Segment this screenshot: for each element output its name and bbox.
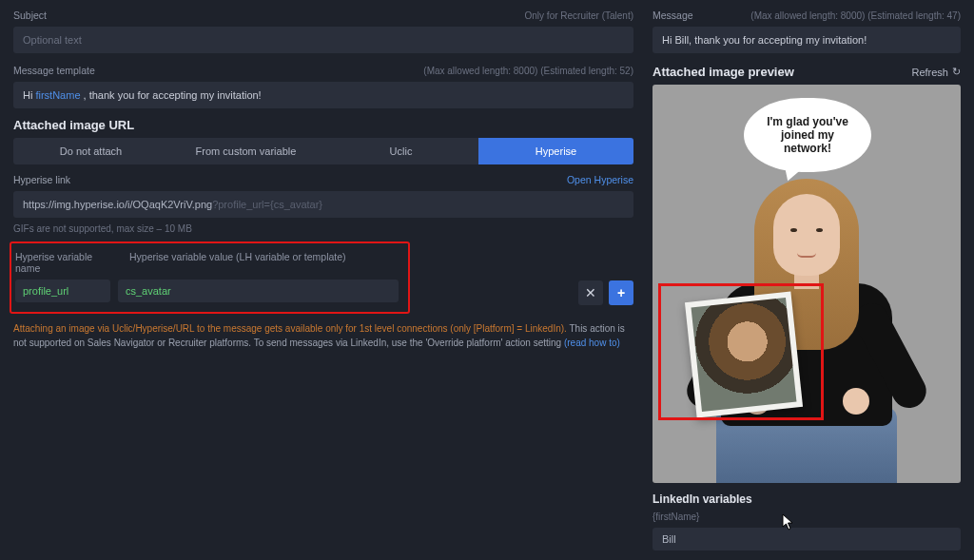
- add-var-button[interactable]: +: [609, 280, 633, 305]
- attached-image-url-title: Attached image URL: [13, 118, 633, 132]
- right-message-label: Message: [653, 10, 693, 21]
- remove-var-button[interactable]: ✕: [578, 280, 603, 305]
- var-value-header: Hyperise variable value (LH variable or …: [129, 251, 346, 274]
- var-value-input[interactable]: [118, 280, 399, 302]
- subject-hint: Only for Recruiter (Talent): [525, 10, 633, 21]
- right-message-preview: Hi Bill, thank you for accepting my invi…: [653, 27, 961, 53]
- warning-link[interactable]: (read how to): [564, 338, 620, 348]
- plus-icon: +: [617, 285, 625, 300]
- linkedin-firstname-input[interactable]: [653, 528, 961, 550]
- hyperise-note: GIFs are not supported, max size – 10 MB: [13, 223, 633, 234]
- subject-label: Subject: [13, 10, 47, 21]
- open-hyperise-link[interactable]: Open Hyperise: [567, 174, 633, 185]
- warning-orange: Attaching an image via Uclic/Hyperise/UR…: [13, 323, 567, 334]
- var-name-header: Hyperise variable name: [15, 251, 110, 274]
- message-template-label: Message template: [13, 65, 95, 76]
- message-template-hint: (Max allowed length: 8000) (Estimated le…: [423, 66, 633, 76]
- message-template-input[interactable]: Hi firstName , thank you for accepting m…: [13, 82, 633, 108]
- refresh-button[interactable]: Refresh ↻: [911, 66, 961, 78]
- hyperise-url-suffix: ?profile_url={cs_avatar}: [212, 199, 322, 210]
- refresh-icon: ↻: [952, 66, 961, 78]
- highlight-frame: Hyperise variable name Hyperise variable…: [10, 241, 410, 314]
- right-message-hint: (Max allowed length: 8000) (Estimated le…: [750, 10, 961, 21]
- hyperise-link-label: Hyperise link: [13, 174, 70, 185]
- warning-text: Attaching an image via Uclic/Hyperise/UR…: [13, 321, 633, 350]
- linkedin-var-label: {firstName}: [653, 512, 961, 522]
- var-name-input[interactable]: [15, 280, 110, 302]
- close-icon: ✕: [585, 285, 596, 300]
- tab-custom-variable[interactable]: From custom variable: [168, 138, 323, 164]
- image-preview: I'm glad you've joined my network!: [653, 85, 961, 483]
- preview-title: Attached image preview: [653, 65, 794, 79]
- tab-do-not-attach[interactable]: Do not attach: [13, 138, 168, 164]
- template-suffix: , thank you for accepting my invitation!: [81, 89, 262, 101]
- hyperise-url-base: https://img.hyperise.io/i/OQaqK2VriV.png: [23, 199, 212, 210]
- subject-input[interactable]: [13, 27, 633, 53]
- attach-tabs: Do not attach From custom variable Uclic…: [13, 138, 633, 164]
- refresh-label: Refresh: [911, 67, 948, 78]
- template-prefix: Hi: [23, 89, 35, 101]
- linkedin-variables-title: LinkedIn variables: [653, 492, 961, 506]
- template-token-firstname[interactable]: firstName: [35, 89, 80, 101]
- hyperise-url-input[interactable]: https://img.hyperise.io/i/OQaqK2VriV.png…: [13, 191, 633, 218]
- tab-hyperise[interactable]: Hyperise: [478, 138, 633, 164]
- photo-highlight-frame: [658, 283, 824, 420]
- tab-uclic[interactable]: Uclic: [323, 138, 478, 164]
